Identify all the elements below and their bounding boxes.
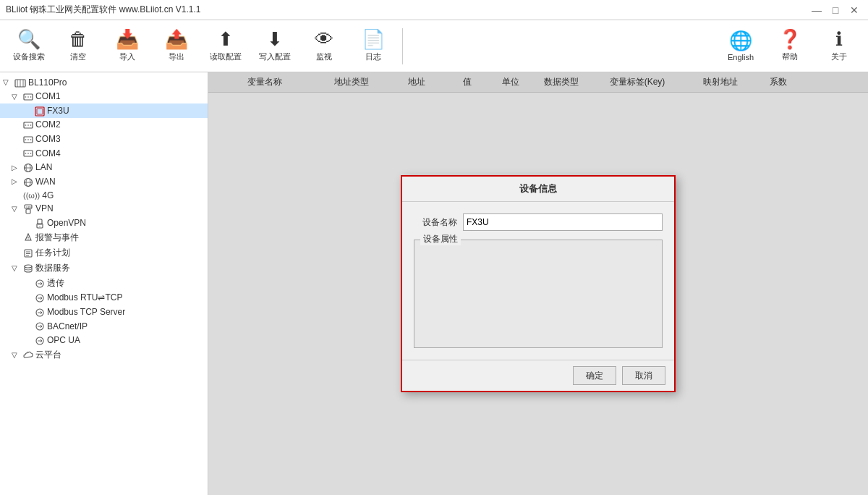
expander-dataservice[interactable]: ▽	[12, 264, 23, 272]
sidebar-item-wan[interactable]: ▷ WAN	[0, 174, 208, 189]
sidebar-item-lan[interactable]: ▷ LAN	[0, 160, 208, 174]
bl110pro-icon	[14, 77, 26, 88]
4g-label: 4G	[42, 190, 54, 200]
wan-label: WAN	[35, 177, 56, 187]
read-config-button[interactable]: ⬆ 读取配置	[203, 23, 249, 69]
expander-vpn[interactable]: ▽	[12, 205, 23, 213]
maximize-button[interactable]: □	[827, 4, 843, 17]
sidebar-item-opc-ua[interactable]: OPC UA	[0, 333, 208, 347]
svg-point-11	[25, 124, 27, 126]
svg-point-16	[27, 139, 29, 140]
expander-com1[interactable]: ▽	[12, 93, 23, 101]
sidebar-item-com4[interactable]: COM4	[0, 146, 208, 161]
dialog-footer: 确定 取消	[402, 360, 674, 391]
svg-point-7	[30, 96, 32, 98]
svg-rect-37	[25, 250, 32, 257]
log-button[interactable]: 📄 日志	[350, 23, 396, 69]
sidebar-item-transfer[interactable]: 透传	[0, 276, 208, 291]
sidebar-item-openvpn[interactable]: OpenVPN	[0, 216, 208, 230]
import-button[interactable]: 📥 导入	[104, 23, 150, 69]
sidebar-item-vpn[interactable]: ▽ VPN VPN	[0, 202, 208, 216]
monitor-icon: 👁	[315, 30, 333, 48]
sidebar-item-modbus-tcp-server[interactable]: Modbus TCP Server	[0, 305, 208, 319]
export-button[interactable]: 📤 导出	[153, 23, 200, 69]
help-label: 帮助	[782, 51, 798, 62]
cloud-icon	[23, 350, 33, 360]
sidebar-item-com2[interactable]: COM2	[0, 118, 208, 132]
device-search-button[interactable]: 🔍 设备搜索	[6, 23, 52, 69]
window-controls: — □ ✕	[809, 4, 862, 17]
alarm-label: 报警与事件	[35, 232, 79, 244]
device-attrs-box: 设备属性	[414, 240, 663, 348]
expander-bl110pro[interactable]: ▽	[3, 78, 14, 86]
dataservice-label: 数据服务	[35, 262, 70, 274]
com1-icon	[23, 91, 33, 103]
language-button[interactable]: 🌐 English	[718, 23, 764, 69]
sidebar-item-fx3u[interactable]: FX3U	[0, 103, 208, 118]
sidebar-item-com1[interactable]: ▽ COM1	[0, 90, 208, 104]
device-name-label: 设备名称	[414, 216, 457, 229]
clear-button[interactable]: 🗑 清空	[55, 23, 101, 69]
sidebar-item-modbus-rtu-tcp[interactable]: Modbus RTU⇌TCP	[0, 291, 208, 305]
svg-point-12	[27, 124, 29, 126]
svg-point-41	[25, 265, 32, 268]
bacnet-icon	[35, 321, 45, 332]
svg-point-19	[25, 153, 27, 155]
write-config-icon: ⬇	[267, 30, 283, 48]
help-button[interactable]: ❓ 帮助	[767, 23, 813, 69]
svg-point-6	[27, 96, 29, 98]
read-config-label: 读取配置	[210, 51, 242, 62]
close-button[interactable]: ✕	[846, 4, 862, 17]
sidebar-item-4g[interactable]: ((ω)) 4G	[0, 189, 208, 202]
device-name-input[interactable]	[463, 213, 663, 231]
sidebar-item-alarm[interactable]: 报警与事件	[0, 230, 208, 245]
toolbar: 🔍 设备搜索 🗑 清空 📥 导入 📤 导出 ⬆ 读取配置 ⬇ 写入配置 👁 监视…	[0, 20, 868, 72]
modbus-tcp-icon	[35, 306, 45, 318]
svg-point-13	[30, 124, 32, 126]
dialog-title: 设备信息	[402, 177, 674, 202]
minimize-button[interactable]: —	[809, 4, 825, 17]
help-icon: ❓	[778, 30, 801, 48]
expander-lan[interactable]: ▷	[12, 164, 23, 172]
export-label: 导出	[169, 51, 184, 62]
vpn-label: VPN	[35, 203, 54, 213]
sidebar-item-cloud[interactable]: ▽ 云平台	[0, 347, 208, 363]
language-icon: 🌐	[729, 31, 752, 50]
main-area: ▽ BL110Pro ▽ C	[0, 72, 868, 495]
com4-icon	[23, 148, 33, 159]
expander-cloud[interactable]: ▽	[12, 351, 23, 359]
about-button[interactable]: ℹ 关于	[816, 23, 862, 69]
transfer-label: 透传	[47, 277, 64, 289]
opc-ua-icon	[35, 334, 45, 346]
fx3u-label: FX3U	[47, 106, 69, 116]
sidebar-item-task[interactable]: 任务计划	[0, 245, 208, 261]
log-icon: 📄	[362, 30, 385, 48]
alarm-icon	[23, 232, 33, 243]
cloud-label: 云平台	[35, 349, 61, 361]
lan-label: LAN	[35, 162, 52, 172]
com3-icon	[23, 133, 33, 145]
sidebar-item-bl110pro[interactable]: ▽ BL110Pro	[0, 75, 208, 90]
dialog-cancel-button[interactable]: 取消	[622, 366, 665, 385]
title-bar: BLiiot 钢珠工业网关配置软件 www.BLiiot.cn V1.1.1 —…	[0, 0, 868, 20]
vpn-icon: VPN	[23, 203, 33, 215]
lan-icon	[23, 161, 33, 173]
com1-label: COM1	[35, 91, 61, 101]
import-icon: 📥	[116, 30, 139, 48]
monitor-button[interactable]: 👁 监视	[301, 23, 347, 69]
svg-point-20	[27, 153, 29, 155]
export-icon: 📤	[165, 30, 188, 48]
import-label: 导入	[119, 51, 135, 62]
write-config-button[interactable]: ⬇ 写入配置	[252, 23, 298, 69]
svg-rect-30	[26, 209, 30, 213]
svg-rect-9	[37, 109, 43, 114]
openvpn-label: OpenVPN	[47, 218, 86, 228]
sidebar-item-bacnet[interactable]: BACnet/IP	[0, 319, 208, 334]
task-icon	[23, 247, 33, 258]
dialog-confirm-button[interactable]: 确定	[573, 366, 616, 385]
sidebar-item-com3[interactable]: COM3	[0, 132, 208, 146]
about-icon: ℹ	[835, 30, 843, 48]
expander-wan[interactable]: ▷	[12, 177, 23, 185]
dialog-body: 设备名称 设备属性	[402, 202, 674, 360]
sidebar-item-dataservice[interactable]: ▽ 数据服务	[0, 261, 208, 276]
